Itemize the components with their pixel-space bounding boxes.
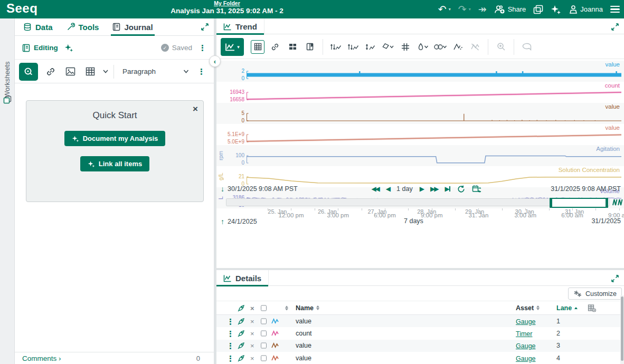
share-button[interactable]: Share [494, 5, 526, 14]
editing-mode-button[interactable]: Editing [22, 44, 58, 52]
step-forward-half-button[interactable]: ▶▶ [430, 185, 438, 193]
asset-swap-icon[interactable] [238, 342, 245, 349]
one-lane-button[interactable] [346, 40, 360, 54]
trend-view-button[interactable]: ▾ [221, 38, 244, 56]
auto-update-icon[interactable] [472, 185, 481, 193]
journal-expand-button[interactable] [201, 23, 209, 31]
journal-menu-button[interactable]: ⋮ [198, 44, 206, 52]
details-table-row[interactable]: ⋮×countTimer2 [216, 327, 621, 339]
overview-bar[interactable] [226, 198, 610, 206]
journal-ai-sparkles-icon[interactable] [64, 43, 73, 52]
chart-lane[interactable]: value20 [216, 61, 624, 82]
insert-image-button[interactable] [63, 64, 78, 79]
column-header-lane[interactable]: Lane [556, 304, 578, 312]
undo-button[interactable]: ↶ ▾ [438, 4, 451, 14]
signal-color-icon[interactable] [271, 318, 279, 324]
ai-assistant-button[interactable] [551, 4, 561, 15]
seeq-ai-button[interactable] [19, 63, 38, 81]
comments-toggle[interactable]: Comments › [22, 355, 61, 362]
gridlines-button[interactable] [399, 40, 412, 54]
tab-data[interactable]: Data [23, 18, 53, 36]
overview-selection-right-grip[interactable] [606, 198, 608, 208]
overview-zigzag-icon[interactable] [612, 198, 623, 206]
chart-lane[interactable]: count1694316658 [216, 82, 624, 103]
user-menu-button[interactable]: Joanna [569, 5, 603, 14]
overview-end-label[interactable]: 31/1/2025 [591, 217, 621, 225]
asset-link[interactable]: Gauge [516, 317, 536, 326]
stack-lanes-button[interactable] [329, 40, 343, 54]
annotate-button[interactable] [520, 40, 534, 54]
column-header-asset[interactable]: Asset [516, 304, 540, 312]
details-table-row[interactable]: ⋮×valueGauge1 [216, 315, 621, 327]
collapse-panel-button[interactable]: ‹ [209, 55, 221, 67]
compare-view-button[interactable] [286, 40, 299, 54]
hide-signals-button[interactable] [468, 40, 482, 54]
capsule-time-button[interactable] [303, 40, 317, 54]
range-end-label[interactable]: 31/1/2025 9:08 AM PST [551, 185, 621, 193]
signal-color-icon[interactable] [271, 355, 279, 361]
samples-table-button[interactable] [251, 40, 264, 54]
worksheets-rail[interactable]: Worksheets [0, 18, 15, 364]
add-column-icon[interactable] [588, 304, 596, 312]
redo-button[interactable]: ↷ ▾ [458, 4, 471, 14]
hamburger-menu-button[interactable] [610, 6, 620, 13]
chain-view-button[interactable] [268, 40, 282, 54]
details-expand-button[interactable] [611, 275, 619, 282]
breadcrumb[interactable]: My Folder [143, 0, 311, 6]
lane-plot[interactable] [247, 103, 621, 124]
publish-button[interactable]: ↠ [478, 4, 487, 14]
table-caret-icon[interactable] [103, 70, 108, 73]
color-sort-icon[interactable] [285, 305, 288, 310]
signal-color-icon[interactable] [271, 342, 279, 349]
asset-swap-icon[interactable] [238, 318, 245, 325]
step-to-end-button[interactable]: ▶ [445, 185, 450, 193]
refresh-range-icon[interactable] [457, 185, 465, 193]
step-back-button[interactable]: ◀ [386, 185, 390, 193]
quick-start-close-button[interactable]: × [193, 104, 198, 114]
asset-link[interactable]: Gauge [516, 341, 536, 350]
labels-button[interactable] [381, 40, 395, 54]
row-checkbox[interactable] [261, 318, 267, 324]
overview-start-label[interactable]: 24/1/2025 [228, 218, 257, 225]
column-header-name[interactable]: Name [296, 304, 319, 312]
row-menu-button[interactable]: ⋮ [226, 329, 234, 337]
zoom-in-button[interactable] [494, 40, 508, 54]
worksheet-copy-button[interactable] [533, 5, 543, 14]
asset-swap-icon[interactable] [238, 355, 245, 362]
tab-tools[interactable]: Tools [67, 18, 99, 36]
one-yaxis-button[interactable] [364, 40, 377, 54]
asset-link[interactable]: Timer [516, 329, 532, 338]
remove-signal-button[interactable]: × [250, 317, 254, 325]
overview-selection[interactable] [551, 198, 607, 208]
journal-toolbar-more-button[interactable]: ⋮ [197, 68, 205, 75]
overview-selection-left-grip[interactable] [550, 198, 552, 208]
cursors-button[interactable] [416, 40, 430, 54]
asset-swap-header-icon[interactable] [238, 304, 245, 312]
remove-signal-button[interactable]: × [250, 354, 254, 362]
paragraph-style-select[interactable]: Paragraph [119, 68, 192, 75]
details-table-row[interactable]: ⋮×valueGauge4 [216, 352, 621, 364]
tab-details[interactable]: Details [216, 270, 269, 286]
remove-all-header-icon[interactable]: × [250, 304, 254, 312]
step-back-half-button[interactable]: ◀◀ [371, 185, 379, 193]
tab-trend[interactable]: Trend [216, 18, 264, 34]
details-scrollbar-thumb[interactable] [621, 296, 623, 361]
row-checkbox[interactable] [261, 355, 267, 361]
interpolation-button[interactable] [451, 40, 465, 54]
trend-expand-button[interactable] [611, 23, 619, 31]
remove-signal-button[interactable]: × [250, 342, 254, 350]
chart-lane[interactable]: value50 [216, 103, 624, 124]
row-checkbox[interactable] [261, 343, 267, 349]
row-menu-button[interactable]: ⋮ [226, 342, 234, 350]
details-table-row[interactable]: ⋮×valueGauge3 [216, 340, 621, 352]
tab-journal[interactable]: Journal [112, 18, 153, 36]
row-menu-button[interactable]: ⋮ [226, 317, 234, 325]
insert-link-button[interactable] [43, 64, 58, 79]
document-analysis-button[interactable]: Document my Analysis [64, 131, 166, 146]
range-start-label[interactable]: 30/1/2025 9:08 AM PST [228, 185, 298, 193]
remove-signal-button[interactable]: × [250, 329, 254, 337]
range-duration-label[interactable]: 1 day [396, 185, 413, 193]
row-menu-button[interactable]: ⋮ [226, 354, 234, 362]
select-all-checkbox[interactable] [261, 305, 267, 311]
chart-lane[interactable]: Agitation1000rpm [216, 145, 624, 166]
